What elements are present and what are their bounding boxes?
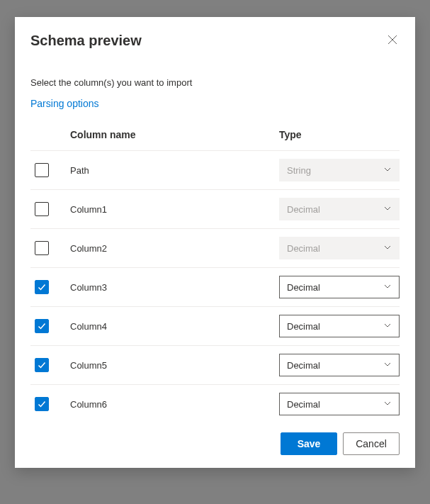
cancel-button[interactable]: Cancel: [343, 432, 400, 455]
header-type: Type: [279, 129, 400, 140]
table-row: Column2Decimal: [30, 228, 400, 267]
panel-subtitle: Select the column(s) you want to import: [15, 49, 415, 88]
table-row: Column1Decimal: [30, 189, 400, 228]
type-select-value: Decimal: [287, 243, 320, 254]
table-row: Column4Decimal: [30, 306, 400, 345]
parsing-options-link[interactable]: Parsing options: [15, 88, 415, 109]
type-select[interactable]: Decimal: [279, 393, 400, 415]
row-column-name: Column2: [70, 243, 107, 254]
table-header: Column name Type: [30, 122, 400, 150]
chevron-down-icon: [383, 282, 392, 293]
header-column-name: Column name: [70, 129, 279, 140]
type-select: Decimal: [279, 237, 400, 259]
schema-preview-panel: Schema preview Select the column(s) you …: [15, 17, 415, 468]
chevron-down-icon: [383, 360, 392, 371]
row-checkbox[interactable]: [35, 280, 49, 294]
save-button[interactable]: Save: [281, 432, 337, 455]
type-select-value: String: [287, 165, 311, 176]
table-row: Column6Decimal: [30, 384, 400, 420]
panel-header: Schema preview: [15, 17, 415, 49]
row-column-name: Column5: [70, 360, 107, 371]
type-select[interactable]: Decimal: [279, 315, 400, 337]
type-select-value: Decimal: [287, 321, 320, 332]
close-button[interactable]: [385, 33, 400, 47]
table-row: Column5Decimal: [30, 345, 400, 384]
row-column-name: Column4: [70, 321, 107, 332]
row-checkbox[interactable]: [35, 163, 49, 177]
type-select-value: Decimal: [287, 282, 320, 293]
type-select-value: Decimal: [287, 360, 320, 371]
row-column-name: Column3: [70, 282, 107, 293]
panel-footer: Save Cancel: [15, 420, 415, 468]
chevron-down-icon: [383, 399, 392, 410]
table-row: PathString: [30, 150, 400, 189]
row-column-name: Column1: [70, 204, 107, 215]
type-select-value: Decimal: [287, 399, 320, 410]
type-select[interactable]: Decimal: [279, 276, 400, 298]
panel-title: Schema preview: [30, 33, 142, 49]
row-checkbox[interactable]: [35, 358, 49, 372]
chevron-down-icon: [383, 165, 392, 176]
chevron-down-icon: [383, 321, 392, 332]
type-select: Decimal: [279, 198, 400, 220]
type-select[interactable]: Decimal: [279, 354, 400, 376]
columns-scroll-area[interactable]: Column name Type PathStringColumn1Decima…: [15, 122, 415, 420]
close-icon: [387, 35, 397, 45]
row-checkbox[interactable]: [35, 319, 49, 333]
row-checkbox[interactable]: [35, 241, 49, 255]
chevron-down-icon: [383, 204, 392, 215]
type-select: String: [279, 159, 400, 181]
row-checkbox[interactable]: [35, 397, 49, 411]
table-row: Column3Decimal: [30, 267, 400, 306]
chevron-down-icon: [383, 243, 392, 254]
row-checkbox[interactable]: [35, 202, 49, 216]
row-column-name: Column6: [70, 399, 107, 410]
row-column-name: Path: [70, 165, 89, 176]
type-select-value: Decimal: [287, 204, 320, 215]
